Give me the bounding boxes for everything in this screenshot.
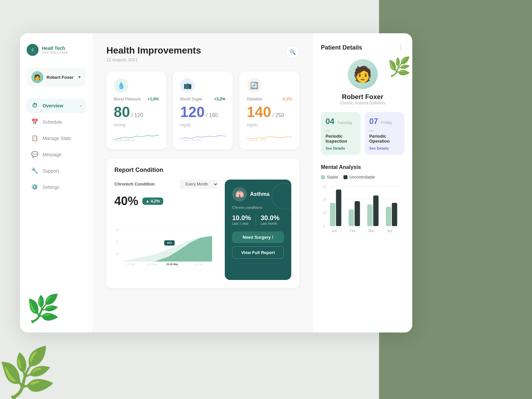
mental-chart: 60 40 20 0 — [321, 183, 404, 237]
sidebar-item-message[interactable]: 💬 Message — [27, 147, 86, 162]
stat-label-year: Last 1 year — [232, 222, 251, 225]
svg-rect-17 — [248, 140, 250, 141]
svg-rect-6 — [128, 139, 130, 141]
card-unit: mg/dL — [180, 123, 225, 127]
health-cards-grid: 💧 Blood Pleasure +1,6% 80 / 120 mmHg — [106, 71, 299, 149]
schedule-dash: — — [326, 128, 356, 133]
svg-text:Apr: Apr — [387, 229, 393, 233]
chart-label: Chronich Condition — [114, 182, 155, 187]
message-icon: 💬 — [31, 151, 38, 158]
svg-rect-24 — [266, 140, 268, 141]
svg-rect-10 — [184, 140, 186, 141]
svg-rect-8 — [133, 139, 135, 141]
card-label: Blood Pleasure — [114, 97, 141, 101]
schedule-dash: — — [369, 128, 400, 133]
svg-rect-22 — [261, 139, 263, 141]
svg-rect-53 — [386, 207, 391, 226]
panel-title: Patient Details — [321, 44, 362, 51]
svg-text:1-10 Jun: 1-10 Jun — [194, 263, 202, 266]
page-title: Health Improvements — [106, 45, 201, 56]
svg-rect-11 — [187, 139, 189, 141]
schedule-day: 04 — [326, 117, 334, 126]
blood-sugar-icon: 📺 — [180, 78, 195, 93]
schedule-weekday: Tuesday — [337, 120, 352, 125]
svg-rect-20 — [256, 139, 257, 141]
svg-rect-14 — [195, 140, 196, 141]
plant-decoration-avatar: 🌿 — [388, 56, 411, 78]
svg-rect-54 — [392, 203, 397, 226]
card-unit: mmHg — [114, 123, 159, 127]
legend-stable: Stable — [327, 175, 338, 180]
page-header: Health Improvements 12 August, 2021 🔍 — [106, 45, 299, 62]
svg-rect-51 — [367, 204, 373, 226]
svg-rect-49 — [349, 209, 354, 226]
svg-text:20: 20 — [116, 252, 119, 255]
schedule-card-friday: 07 Friday — Periodic Operation See Detai… — [365, 112, 405, 155]
svg-text:11-21 May: 11-21 May — [146, 263, 157, 266]
support-icon: 🔧 — [31, 167, 38, 174]
need-surgery-button[interactable]: Need Surgery ! — [232, 231, 284, 243]
blood-sugar-card: 📺 Blood Sugar +3,2% 120 / 160 mg/dL — [173, 71, 233, 149]
search-button[interactable]: 🔍 — [286, 45, 299, 59]
logo-subtitle: ANY SOLUTION — [42, 51, 68, 54]
svg-text:1-10 May: 1-10 May — [126, 263, 135, 266]
svg-rect-15 — [197, 139, 199, 141]
period-selector[interactable]: Every Month Every Week Every Year — [180, 180, 218, 189]
sidebar-item-label: Manage Stats — [43, 136, 71, 141]
sidebar-item-schedule[interactable]: 📅 Schedule — [27, 114, 86, 129]
avatar: 🧑 — [31, 71, 43, 83]
chevron-right-icon: › — [80, 104, 81, 108]
report-title: Report Condition — [114, 167, 291, 174]
svg-rect-21 — [258, 140, 260, 141]
schedule-icon: 📅 — [31, 118, 38, 125]
svg-rect-16 — [200, 139, 201, 141]
card-value: 80 — [114, 104, 130, 120]
sidebar: ♀ Healt Tech ANY SOLUTION 🧑 Robert Foxer… — [20, 33, 93, 332]
svg-rect-48 — [336, 190, 341, 226]
svg-rect-13 — [192, 139, 194, 141]
card-value: 140 — [247, 104, 271, 120]
svg-rect-23 — [263, 139, 265, 141]
report-body: Chronich Condition Every Month Every Wee… — [114, 180, 291, 280]
svg-text:20: 20 — [323, 211, 327, 215]
circle-decoration — [271, 183, 298, 209]
diabetes-card: 🔄 Diabetes -0,3% 140 / 250 mg/dL — [239, 71, 299, 149]
sidebar-item-settings[interactable]: ⚙️ Settings — [27, 180, 86, 195]
sidebar-nav: ⏱ Overview › 📅 Schedule 📋 Manage Stats 💬… — [27, 98, 86, 195]
sidebar-item-manage-stats[interactable]: 📋 Manage Stats — [27, 131, 86, 146]
asthma-card: 🫁 Asthma Chronic conditions 10.0% Last 1… — [225, 180, 291, 280]
right-panel: Patient Details ⋮ 🌿 🧑 Robert Foxer Chron… — [313, 33, 412, 332]
schedule-see-details-2[interactable]: See Details — [369, 146, 400, 150]
asthma-icon: 🫁 — [232, 187, 247, 201]
svg-rect-47 — [330, 203, 335, 226]
overview-icon: ⏱ — [31, 102, 38, 109]
svg-rect-3 — [120, 139, 122, 141]
sidebar-item-overview[interactable]: ⏱ Overview › — [27, 98, 86, 113]
schedule-see-details-1[interactable]: See Details — [326, 146, 356, 150]
card-unit-suffix: / 250 — [272, 112, 284, 118]
view-full-report-button[interactable]: View Full Report — [232, 246, 284, 259]
chart-legend: Stable Uncontrollable — [321, 175, 404, 180]
svg-rect-7 — [130, 140, 132, 141]
svg-text:Mar: Mar — [368, 229, 374, 233]
stats-divider — [256, 214, 256, 225]
more-options-icon[interactable]: ⋮ — [398, 44, 404, 51]
user-card[interactable]: 🧑 Robert Foxer ▼ — [27, 68, 86, 86]
chevron-down-icon: ▼ — [77, 75, 81, 79]
card-change: +3,2% — [214, 97, 225, 101]
svg-text:0: 0 — [323, 224, 325, 228]
mini-chart-blood-sugar — [180, 131, 225, 143]
sidebar-item-support[interactable]: 🔧 Support — [27, 163, 86, 178]
mini-chart-blood-pressure — [114, 131, 159, 143]
chart-badge: ▲ 4,2% — [142, 198, 163, 205]
card-label: Blood Sugar — [180, 97, 202, 101]
sidebar-item-label: Message — [43, 152, 62, 157]
svg-text:40: 40 — [116, 240, 119, 243]
svg-marker-34 — [168, 246, 171, 246]
svg-rect-12 — [189, 140, 191, 141]
logo-title: Healt Tech — [42, 46, 68, 51]
mental-analysis-title: Mental Analysis — [321, 164, 404, 170]
svg-text:Feb: Feb — [350, 229, 356, 233]
chart-area: Chronich Condition Every Month Every Wee… — [114, 180, 218, 280]
diabetes-icon: 🔄 — [247, 78, 261, 93]
